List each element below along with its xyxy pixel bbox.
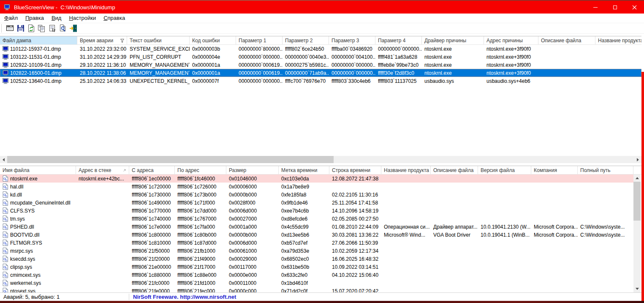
cell: fffff806`1c7dd000 [175, 207, 226, 215]
cell: Microsoft Corpora... [531, 231, 578, 239]
cell [531, 263, 578, 271]
column-header-label: Параметр 3 [332, 37, 359, 45]
modules-list-body: ntoskrnl.exentoskrnl.exe+42bc...fffff806… [0, 175, 633, 292]
dump-file-row[interactable]: 103122-11531-01.dmp31.10.2022 14:29:39PF… [0, 53, 641, 61]
module-row[interactable]: ksecdd.sysfffff806`21f20000fffff806`21f4… [0, 255, 633, 263]
module-row[interactable]: CLFS.SYSfffff806`1c770000fffff806`1c7dd0… [0, 207, 633, 215]
scroll-left-button[interactable] [0, 156, 7, 163]
column-header[interactable]: Адрес в стеке [76, 166, 129, 175]
column-header[interactable]: Адрес причины [484, 36, 538, 45]
bsod-monitor-icon [3, 78, 9, 84]
column-header[interactable]: С адреса [129, 166, 175, 175]
scroll-down-button[interactable] [633, 285, 641, 292]
column-header[interactable]: Параметр 1 [236, 36, 283, 45]
cell-text: clipsp.sys [10, 263, 32, 271]
column-header[interactable]: Полный путь [578, 166, 633, 175]
maximize-button[interactable] [605, 1, 625, 14]
cell: 02.05.2085 00:27:50 [329, 215, 381, 223]
horizontal-scrollbar[interactable] [0, 156, 641, 163]
cell: 0x0006d000 [226, 207, 279, 215]
close-button[interactable] [625, 1, 644, 14]
cell: 00000000`000000... [236, 77, 283, 85]
cell: 00000000`000000... [236, 53, 283, 61]
dump-file-row[interactable]: 102522-13640-01.dmp25.10.2022 14:06:33UN… [0, 77, 641, 85]
column-header[interactable]: Время аварии [77, 36, 127, 45]
column-header[interactable]: Название продукта [595, 36, 641, 45]
cell [478, 279, 531, 287]
cell [578, 199, 633, 207]
column-header[interactable]: Строка времени [329, 166, 381, 175]
module-row[interactable]: mcupdate_GenuineIntel.dllfffff806`1c4900… [0, 199, 633, 207]
menu-edit[interactable]: Правка [22, 14, 48, 21]
properties-button[interactable] [47, 24, 57, 33]
column-header[interactable]: Название продукта [381, 166, 431, 175]
copy-button[interactable] [36, 24, 47, 33]
menu-help[interactable]: Справка [100, 14, 129, 21]
column-header[interactable]: Размер [226, 166, 279, 175]
module-row[interactable]: tm.sysfffff806`1c740000fffff806`1c767000… [0, 215, 633, 223]
scroll-up-button[interactable] [633, 175, 641, 182]
driver-file-icon [3, 256, 9, 262]
column-header[interactable]: Текст ошибки [127, 36, 190, 45]
cell [381, 191, 431, 199]
dump-file-row[interactable]: 102822-16500-01.dmp28.10.2022 11:38:06ME… [0, 69, 641, 77]
cell: fffff806`1c7fa000 [175, 223, 226, 231]
column-header[interactable]: Описание файла [538, 36, 595, 45]
cell [578, 271, 633, 279]
horizontal-scrollbar-track[interactable] [334, 156, 634, 163]
column-header-label: По адрес [177, 167, 199, 175]
module-row[interactable]: FLTMGR.SYSfffff806`1c810000fffff806`1c87… [0, 239, 633, 247]
dump-file-row[interactable]: 102922-10109-01.dmp29.10.2022 11:36:10ME… [0, 61, 641, 69]
module-row[interactable]: BOOTVID.dllfffff806`1c800000fffff806`1c8… [0, 231, 633, 239]
vertical-scrollbar-track[interactable] [633, 221, 641, 285]
module-row[interactable]: ntosext.sysfffff806`21fe0000fffff806`21f… [0, 287, 633, 292]
title-bar[interactable]: BlueScreenView - C:\Windows\Minidump [0, 1, 644, 14]
cell: 0x633c2fe0 [279, 271, 329, 279]
column-header[interactable]: По адрес [175, 166, 226, 175]
column-header[interactable]: Параметр 4 [375, 36, 422, 45]
bsod-monitor-icon [3, 54, 9, 60]
cell [478, 255, 531, 263]
column-header[interactable]: Метка времени [279, 166, 329, 175]
column-header[interactable]: Файл дампа [0, 36, 77, 45]
nirsoft-link[interactable]: NirSoft Freeware. http://www.nirsoft.net [133, 294, 236, 300]
cell: 00000000`71ab9a... [283, 69, 329, 77]
cell: 02.02.2105 11:30:16 [329, 191, 381, 199]
column-header[interactable]: Имя файла [0, 166, 76, 175]
cell: fffff806`1c87d000 [175, 239, 226, 247]
module-row[interactable]: hal.dllfffff806`1c720000fffff806`1c72600… [0, 183, 633, 191]
column-header[interactable]: Версия файла [478, 166, 531, 175]
find-button[interactable] [57, 24, 68, 33]
minimize-button[interactable] [586, 1, 605, 14]
column-header[interactable]: Описание файла [431, 166, 478, 175]
column-header[interactable]: Драйвер причины [422, 36, 484, 45]
cell: C:\Windows\syste... [578, 231, 633, 239]
menu-view[interactable]: Вид [48, 14, 65, 21]
module-row[interactable]: cmimcext.sysfffff806`1c880000fffff806`1c… [0, 271, 633, 279]
column-header[interactable]: Код ошибки [190, 36, 236, 45]
vertical-scrollbar-thumb[interactable] [633, 182, 641, 221]
module-row[interactable]: PSHED.dllfffff806`1c7e0000fffff806`1c7fa… [0, 223, 633, 231]
column-header[interactable]: Параметр 2 [283, 36, 329, 45]
menu-options[interactable]: Настройки [65, 14, 100, 21]
column-header[interactable]: Компания [531, 166, 578, 175]
save-button[interactable] [15, 24, 26, 33]
horizontal-scrollbar-thumb[interactable] [7, 156, 334, 163]
exit-button[interactable] [68, 24, 79, 33]
cell: VGA Boot Driver [431, 231, 478, 239]
advanced-options-button[interactable] [5, 24, 15, 33]
module-row[interactable]: werkernel.sysfffff806`21fc0000fffff806`2… [0, 279, 633, 287]
module-row[interactable]: clipsp.sysfffff806`21e00000fffff806`21f1… [0, 263, 633, 271]
module-row[interactable]: ntoskrnl.exentoskrnl.exe+42bc...fffff806… [0, 175, 633, 183]
file-name-cell: tm.sys [0, 215, 76, 223]
module-row[interactable]: kd.dllfffff806`1c730000fffff806`1c73b000… [0, 191, 633, 199]
vertical-scrollbar[interactable] [633, 175, 641, 292]
refresh-button[interactable] [26, 24, 36, 33]
cell [538, 61, 595, 69]
cell: ffffeb8e`99be73c0 [375, 61, 422, 69]
menu-file[interactable]: Файл [0, 14, 22, 21]
scroll-right-button[interactable] [634, 156, 641, 163]
dump-file-row[interactable]: 110122-15937-01.dmp31.10.2022 23:32:00SY… [0, 45, 641, 53]
module-row[interactable]: msrpc.sysfffff806`21f50000fffff806`21fb1… [0, 247, 633, 255]
column-header[interactable]: Параметр 3 [329, 36, 375, 45]
